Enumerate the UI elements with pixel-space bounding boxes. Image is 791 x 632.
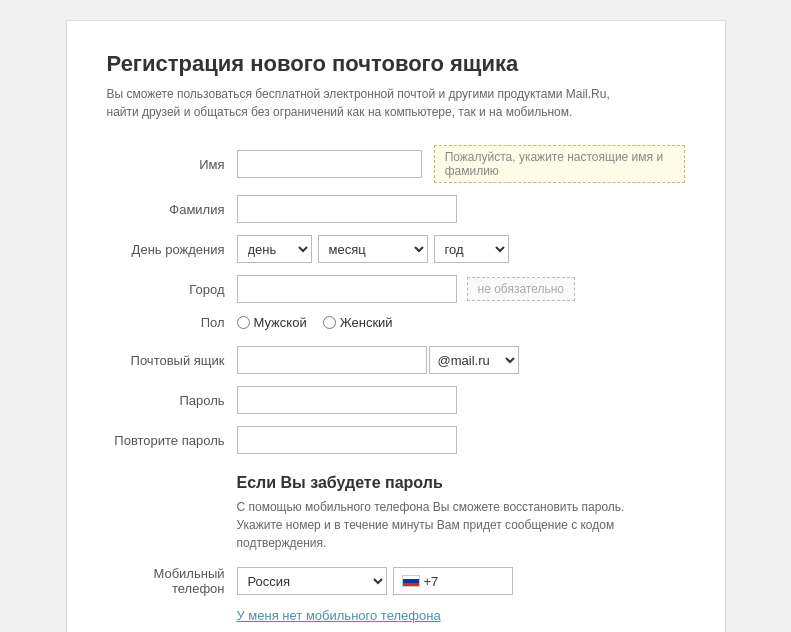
gender-female-label[interactable]: Женский [323, 315, 393, 330]
password-control [237, 386, 457, 414]
registration-form: Регистрация нового почтового ящика Вы см… [66, 20, 726, 632]
birthday-row: День рождения день 12345 678910 11121314… [107, 235, 685, 263]
day-select[interactable]: день 12345 678910 1112131415 1617181920 … [237, 235, 312, 263]
name-tooltip: Пожалуйста, укажите настоящие имя и фами… [434, 145, 685, 183]
name-label: Имя [107, 157, 237, 172]
city-control: не обязательно [237, 275, 576, 303]
password-label: Пароль [107, 393, 237, 408]
password-section-title: Если Вы забудете пароль [237, 474, 685, 492]
mobile-label: Мобильный телефон [107, 566, 237, 596]
year-select[interactable]: год [434, 235, 509, 263]
page-subtitle: Вы сможете пользоваться бесплатной элект… [107, 85, 685, 121]
gender-female-text: Женский [340, 315, 393, 330]
mobile-row: Мобильный телефон Россия Украина Беларус… [107, 566, 685, 596]
gender-female-radio[interactable] [323, 316, 336, 329]
mailbox-row: Почтовый ящик @mail.ru @inbox.ru @list.r… [107, 346, 685, 374]
gender-male-radio[interactable] [237, 316, 250, 329]
confirm-input[interactable] [237, 426, 457, 454]
gender-row: Пол Мужской Женский [107, 315, 685, 330]
mobile-control: Россия Украина Беларусь +7 [237, 567, 513, 595]
gender-male-text: Мужской [254, 315, 307, 330]
register-button-wrapper: Зарегистрироваться [107, 623, 685, 632]
city-row: Город не обязательно [107, 275, 685, 303]
password-desc2: Укажите номер и в течение минуты Вам при… [237, 518, 615, 550]
name-control: Пожалуйста, укажите настоящие имя и фами… [237, 145, 685, 183]
confirm-control [237, 426, 457, 454]
gender-label: Пол [107, 315, 237, 330]
mailbox-control: @mail.ru @inbox.ru @list.ru @bk.ru [237, 346, 519, 374]
surname-row: Фамилия [107, 195, 685, 223]
gender-control: Мужской Женский [237, 315, 393, 330]
no-phone-link[interactable]: У меня нет мобильного телефона [237, 608, 685, 623]
city-input[interactable] [237, 275, 457, 303]
surname-input[interactable] [237, 195, 457, 223]
city-label: Город [107, 282, 237, 297]
password-section: Если Вы забудете пароль С помощью мобиль… [107, 474, 685, 552]
phone-input-wrapper: +7 [393, 567, 513, 595]
mailbox-input[interactable] [237, 346, 427, 374]
city-optional-label: не обязательно [467, 277, 576, 301]
confirm-label: Повторите пароль [107, 433, 237, 448]
phone-code: +7 [424, 574, 439, 589]
month-select[interactable]: месяц ЯнварьФевральМартАпрель МайИюньИюл… [318, 235, 428, 263]
mailbox-label: Почтовый ящик [107, 353, 237, 368]
birthday-control: день 12345 678910 1112131415 1617181920 … [237, 235, 509, 263]
name-row: Имя Пожалуйста, укажите настоящие имя и … [107, 145, 685, 183]
country-select[interactable]: Россия Украина Беларусь [237, 567, 387, 595]
russia-flag-icon [402, 575, 420, 587]
domain-select[interactable]: @mail.ru @inbox.ru @list.ru @bk.ru [429, 346, 519, 374]
birthday-label: День рождения [107, 242, 237, 257]
password-section-desc: С помощью мобильного телефона Вы сможете… [237, 498, 685, 552]
password-desc1: С помощью мобильного телефона Вы сможете… [237, 500, 625, 514]
surname-control [237, 195, 457, 223]
confirm-row: Повторите пароль [107, 426, 685, 454]
surname-label: Фамилия [107, 202, 237, 217]
gender-male-label[interactable]: Мужской [237, 315, 307, 330]
page-title: Регистрация нового почтового ящика [107, 51, 685, 77]
name-input[interactable] [237, 150, 422, 178]
password-row: Пароль [107, 386, 685, 414]
password-input[interactable] [237, 386, 457, 414]
